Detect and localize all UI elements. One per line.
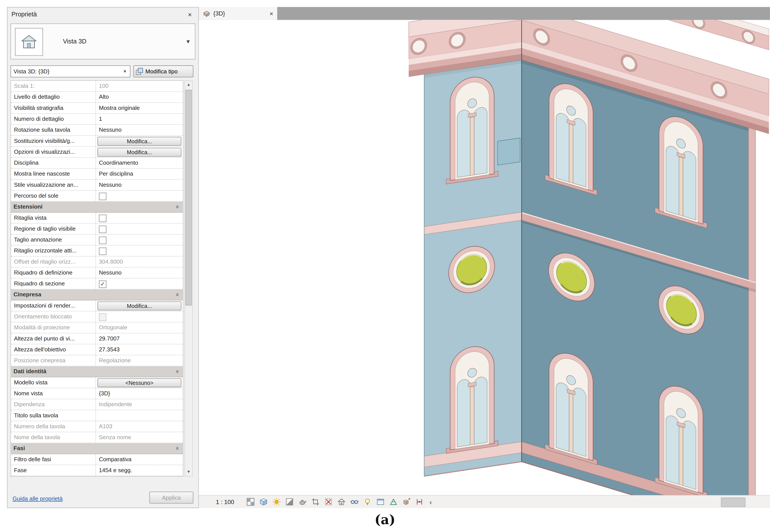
view-filter-combo[interactable]: Vista 3D: {3D} ▾ bbox=[10, 65, 130, 77]
checkbox[interactable] bbox=[99, 237, 106, 244]
collapse-chevron-icon: « bbox=[172, 293, 182, 296]
property-row: Riquadro di sezione✓ bbox=[11, 278, 183, 289]
show-crop-region-icon[interactable] bbox=[324, 497, 333, 506]
property-row: DisciplinaCoordinamento bbox=[11, 158, 183, 169]
property-value[interactable]: Nessuno bbox=[96, 268, 183, 278]
checkbox[interactable] bbox=[99, 248, 106, 255]
property-value[interactable]: 1 bbox=[96, 114, 183, 124]
wall-end-strip[interactable] bbox=[748, 128, 755, 495]
properties-help-link[interactable]: Guida alle proprietà bbox=[12, 496, 62, 501]
panel-titlebar: Proprietà × bbox=[7, 7, 198, 21]
view-tab-bar: {3D} × bbox=[199, 7, 770, 20]
property-row: Modalità di proiezioneOrtogonale bbox=[11, 322, 183, 333]
section-label: Cinepresa bbox=[14, 289, 41, 300]
temporary-hide-isolate-icon[interactable] bbox=[350, 497, 359, 506]
type-selector[interactable]: Vista 3D ▼ bbox=[10, 23, 196, 59]
modify-button[interactable]: Modifica... bbox=[97, 137, 181, 146]
scroll-up-icon[interactable]: ▲ bbox=[185, 81, 192, 89]
section-estensioni[interactable]: Estensioni« bbox=[11, 202, 183, 212]
modify-button[interactable]: Modifica... bbox=[97, 301, 181, 310]
detail-level-icon[interactable] bbox=[246, 497, 255, 506]
3d-model[interactable] bbox=[199, 20, 770, 495]
wall-recess-panel[interactable] bbox=[497, 138, 520, 165]
property-row: Ritaglio orizzontale atti... bbox=[11, 245, 183, 256]
property-value[interactable] bbox=[96, 410, 183, 421]
edit-type-label: Modifica tipo bbox=[145, 68, 178, 74]
viewbar-collapse-icon[interactable]: ‹ bbox=[430, 498, 432, 506]
horizontal-scrollbar-thumb[interactable] bbox=[721, 497, 746, 507]
property-row: Altezza del punto di vi...29.7007 bbox=[11, 333, 183, 344]
temporary-view-properties-icon[interactable] bbox=[376, 497, 385, 506]
property-value[interactable]: A103 bbox=[96, 421, 183, 432]
chevron-down-icon[interactable]: ▼ bbox=[185, 24, 191, 59]
property-grid: Scala 1:100 Livello di dettaglioAlto Vis… bbox=[10, 80, 183, 477]
property-value[interactable]: Ortogonale bbox=[96, 322, 183, 333]
view-tab-3d[interactable]: {3D} × bbox=[199, 7, 278, 20]
collapse-chevron-icon: « bbox=[172, 205, 182, 209]
visual-style-icon[interactable] bbox=[259, 497, 268, 506]
section-dati-identita[interactable]: Dati identità« bbox=[11, 366, 183, 377]
close-icon[interactable]: × bbox=[185, 7, 195, 21]
property-value[interactable]: Per disciplina bbox=[96, 169, 183, 179]
crop-view-icon[interactable] bbox=[311, 497, 320, 506]
edit-type-icon bbox=[136, 68, 143, 75]
property-value[interactable]: 1454 e segg. bbox=[96, 465, 183, 476]
property-value[interactable]: 29.7007 bbox=[96, 333, 183, 344]
lower-window-left[interactable] bbox=[446, 343, 498, 453]
property-value[interactable]: Nessuno bbox=[96, 180, 183, 190]
property-value[interactable]: Comparativa bbox=[96, 454, 183, 465]
property-value[interactable]: Senza nome bbox=[96, 432, 183, 443]
section-label: Fasi bbox=[14, 443, 25, 454]
shadows-icon[interactable] bbox=[285, 497, 294, 506]
edit-type-button[interactable]: Modifica tipo bbox=[133, 65, 193, 77]
sun-path-icon[interactable] bbox=[272, 497, 281, 506]
property-value[interactable]: 27.3543 bbox=[96, 344, 183, 355]
reveal-constraints-icon[interactable] bbox=[414, 497, 424, 506]
property-row: Offset del ritaglio orizz...304.8000 bbox=[11, 257, 183, 268]
view-lock-icon[interactable] bbox=[337, 497, 346, 506]
type-selector-label: Vista 3D bbox=[63, 24, 86, 59]
section-cinepresa[interactable]: Cinepresa« bbox=[11, 289, 183, 300]
property-value[interactable]: Regolazione bbox=[96, 355, 183, 366]
analytical-model-icon[interactable] bbox=[388, 497, 398, 506]
property-row: Ritaglia vista bbox=[11, 213, 183, 224]
property-row: Impostazioni di render...Modifica... bbox=[11, 301, 183, 311]
reveal-hidden-elements-icon[interactable] bbox=[363, 497, 372, 506]
property-value[interactable]: Indipendente bbox=[96, 399, 183, 410]
displacement-sets-icon[interactable] bbox=[402, 497, 411, 506]
collapse-chevron-icon: « bbox=[172, 370, 182, 373]
property-row: Numero di dettaglio1 bbox=[11, 114, 183, 125]
section-fasi[interactable]: Fasi« bbox=[11, 443, 183, 454]
checkbox[interactable] bbox=[99, 215, 106, 222]
tab-close-icon[interactable]: × bbox=[270, 10, 273, 17]
scale-button[interactable]: 1 : 100 bbox=[216, 498, 234, 505]
roof-cornice-fragment[interactable] bbox=[669, 20, 769, 50]
figure-caption: (a) bbox=[0, 512, 770, 527]
property-value[interactable]: {3D} bbox=[96, 388, 183, 399]
checkbox[interactable]: ✓ bbox=[99, 280, 106, 288]
property-row: Rotazione sulla tavolaNessuno bbox=[11, 125, 183, 136]
property-value[interactable]: Coordinamento bbox=[96, 158, 183, 168]
view-template-button[interactable]: <Nessuno> bbox=[97, 378, 181, 387]
checkbox[interactable] bbox=[99, 193, 106, 200]
property-row: Scala 1:100 bbox=[11, 81, 183, 92]
checkbox[interactable] bbox=[99, 226, 106, 233]
property-value[interactable]: Mostra originale bbox=[96, 103, 183, 113]
rendering-dialog-icon[interactable] bbox=[298, 497, 307, 506]
property-value[interactable]: 304.8000 bbox=[96, 257, 183, 267]
apply-button[interactable]: Applica bbox=[149, 492, 193, 504]
property-value[interactable]: Alto bbox=[96, 92, 183, 102]
upper-window-left[interactable] bbox=[446, 73, 498, 184]
scroll-down-icon[interactable]: ▼ bbox=[185, 468, 192, 476]
property-value[interactable]: 100 bbox=[96, 81, 183, 91]
property-row: Numero della tavolaA103 bbox=[11, 421, 183, 432]
checkbox bbox=[99, 313, 106, 321]
property-value[interactable]: Nessuno bbox=[96, 125, 183, 135]
chevron-down-icon[interactable]: ▾ bbox=[121, 66, 129, 77]
modify-button[interactable]: Modifica... bbox=[97, 148, 181, 157]
property-row: Titolo sulla tavola bbox=[11, 410, 183, 421]
scrollbar-thumb[interactable] bbox=[185, 90, 192, 305]
panel-scrollbar[interactable]: ▲ ▼ bbox=[184, 80, 193, 477]
property-row: Regione di taglio visibile bbox=[11, 224, 183, 235]
drawing-area[interactable] bbox=[199, 20, 770, 495]
